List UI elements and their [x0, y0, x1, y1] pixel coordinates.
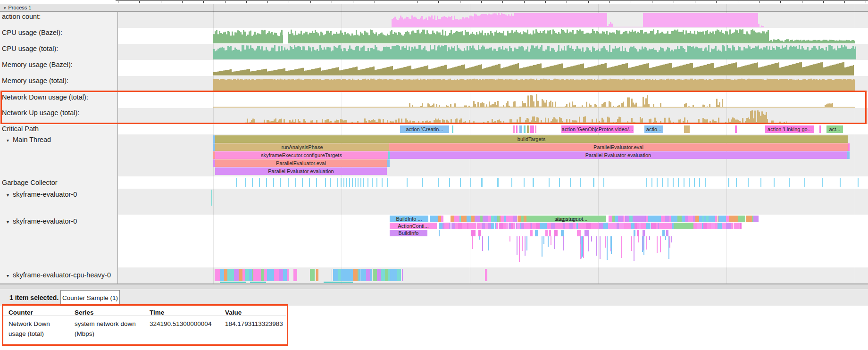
slice-dropline[interactable] — [517, 236, 517, 255]
evaluator-underline-slice[interactable] — [220, 282, 246, 283]
slice-dropline[interactable] — [668, 236, 669, 259]
slice[interactable] — [239, 269, 242, 281]
critical-path-slice[interactable] — [530, 125, 534, 133]
slice-dropline[interactable] — [649, 236, 650, 240]
slice[interactable] — [462, 216, 467, 222]
track-label-cpu-total[interactable]: CPU usage (total): — [2, 45, 58, 52]
slice-group[interactable] — [402, 269, 411, 281]
main-thread-slice[interactable]: buildTargets — [215, 135, 848, 143]
main-thread-slice[interactable] — [848, 143, 850, 151]
slice[interactable] — [499, 223, 503, 229]
slice[interactable] — [333, 269, 338, 281]
gc-event-tick[interactable] — [736, 178, 737, 187]
critical-path-slice[interactable] — [524, 125, 526, 133]
slice[interactable] — [586, 223, 591, 229]
slice[interactable] — [753, 216, 759, 222]
slice-group[interactable] — [333, 269, 401, 281]
slice[interactable] — [503, 223, 506, 229]
slice[interactable] — [377, 269, 381, 281]
slice[interactable] — [293, 269, 298, 281]
slice-dropline[interactable] — [479, 236, 480, 240]
critical-path-slice[interactable]: action 'Creatin... — [400, 125, 449, 133]
slice-dropline[interactable] — [634, 236, 634, 261]
slice[interactable] — [438, 216, 442, 222]
slice[interactable] — [554, 230, 558, 236]
evaluator-slice[interactable] — [485, 269, 487, 281]
slice-dropline[interactable] — [671, 236, 672, 242]
slice[interactable] — [718, 223, 722, 229]
slice-dropline[interactable] — [596, 236, 597, 256]
slice[interactable] — [671, 216, 675, 222]
slice-dropline[interactable] — [563, 236, 564, 250]
slice[interactable] — [506, 216, 510, 222]
slice[interactable] — [561, 230, 564, 236]
slice[interactable] — [738, 216, 741, 222]
gc-event-tick[interactable] — [774, 178, 775, 187]
main-thread-slice[interactable]: ParallelEvaluator.eval — [215, 159, 387, 167]
slice[interactable] — [373, 269, 377, 281]
slice[interactable] — [577, 230, 581, 236]
slice[interactable] — [722, 223, 726, 229]
gc-event-tick[interactable] — [524, 178, 525, 187]
gc-event-tick[interactable] — [481, 178, 483, 187]
slice-dropline[interactable] — [631, 236, 632, 251]
main-thread-slice[interactable]: ParallelEvaluator.eval — [389, 143, 848, 151]
main-thread-slice[interactable] — [847, 151, 850, 159]
slice-dropline[interactable] — [526, 236, 527, 250]
gc-event-tick[interactable] — [580, 178, 581, 187]
slice[interactable] — [478, 230, 481, 236]
counter-histogram-net-down[interactable] — [118, 92, 868, 108]
slice[interactable] — [618, 216, 623, 222]
slice-group[interactable] — [451, 216, 528, 222]
slice-dropline[interactable] — [605, 236, 606, 248]
slice[interactable] — [227, 269, 231, 281]
gc-event-tick[interactable] — [302, 178, 303, 187]
gc-event-tick[interactable] — [355, 178, 356, 187]
gc-event-tick[interactable] — [349, 178, 350, 187]
slice[interactable] — [471, 230, 476, 236]
slice-dropline[interactable] — [646, 236, 647, 250]
gc-event-tick[interactable] — [325, 178, 326, 187]
slice[interactable] — [697, 223, 702, 229]
slice[interactable] — [532, 223, 536, 229]
gc-event-tick[interactable] — [728, 178, 729, 187]
gc-event-tick[interactable] — [804, 178, 805, 187]
slice-dropline[interactable] — [638, 236, 639, 242]
gc-event-tick[interactable] — [497, 178, 499, 187]
slice[interactable] — [231, 269, 234, 281]
gc-event-tick[interactable] — [295, 178, 296, 187]
gc-event-tick[interactable] — [438, 178, 439, 187]
main-thread-slice[interactable]: Parallel Evaluator evaluation — [390, 151, 847, 159]
slice[interactable] — [626, 223, 631, 229]
slice[interactable] — [264, 269, 267, 281]
gc-event-tick[interactable] — [387, 178, 388, 187]
gc-event-tick[interactable] — [449, 178, 450, 187]
main-thread-slice[interactable]: Parallel Evaluator evaluation — [215, 167, 387, 175]
gc-event-tick[interactable] — [651, 178, 652, 187]
gc-event-tick[interactable] — [760, 178, 761, 187]
slice[interactable] — [555, 223, 559, 229]
slice[interactable] — [565, 223, 569, 229]
slice-group[interactable] — [290, 269, 332, 281]
slice[interactable] — [652, 216, 658, 222]
slice[interactable] — [641, 216, 646, 222]
slice[interactable] — [629, 216, 633, 222]
panel-splitter[interactable] — [0, 283, 868, 289]
slice[interactable] — [484, 216, 488, 222]
track-label-action-count[interactable]: action count: — [2, 13, 41, 20]
slice[interactable] — [718, 216, 722, 222]
slice[interactable] — [283, 269, 287, 281]
slice[interactable] — [524, 223, 528, 229]
slice-dropline[interactable] — [554, 236, 555, 249]
gc-event-tick[interactable] — [352, 178, 353, 187]
gc-event-tick[interactable] — [593, 178, 594, 187]
slice[interactable] — [688, 216, 693, 222]
slice[interactable] — [274, 269, 278, 281]
gc-event-tick[interactable] — [603, 178, 604, 187]
critical-path-slice[interactable] — [684, 125, 690, 133]
slice-dropline[interactable] — [660, 236, 661, 252]
slice[interactable] — [726, 223, 731, 229]
tab-counter-sample[interactable]: Counter Sample (1) — [60, 290, 120, 306]
slice[interactable] — [458, 223, 462, 229]
gc-event-tick[interactable] — [689, 178, 690, 187]
